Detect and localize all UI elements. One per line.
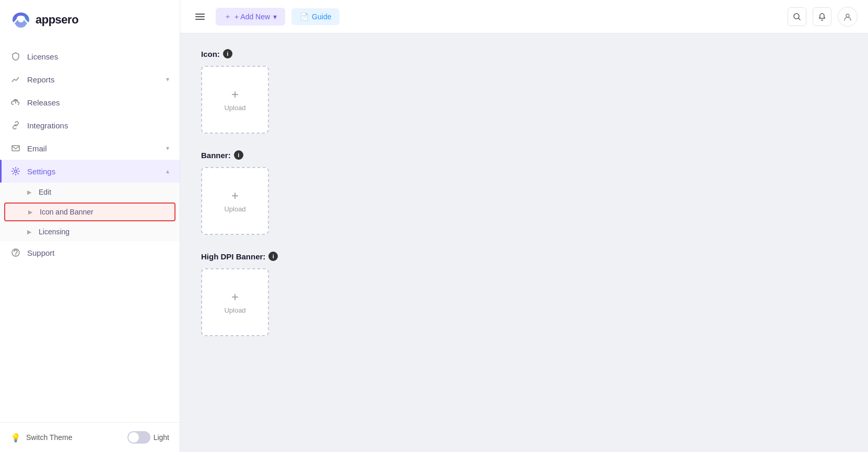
- sidebar-item-licensing[interactable]: ▶ Licensing: [0, 222, 180, 241]
- high-dpi-upload-label: Upload: [224, 306, 245, 314]
- logo-icon: [10, 9, 31, 30]
- sidebar-item-support-label: Support: [27, 248, 169, 257]
- sidebar-item-integrations[interactable]: Integrations: [0, 114, 180, 137]
- licensing-sub-chevron-icon: ▶: [27, 229, 31, 235]
- icon-section-title: Icon: i: [201, 49, 847, 58]
- support-icon: [10, 247, 21, 258]
- chart-icon: [10, 74, 21, 85]
- svg-rect-0: [12, 146, 19, 151]
- guide-label: Guide: [312, 13, 331, 21]
- shield-icon: [10, 51, 21, 62]
- icon-upload-plus-icon: +: [231, 88, 239, 101]
- lightbulb-icon: 💡: [10, 433, 21, 443]
- search-button[interactable]: [788, 7, 806, 26]
- gear-icon: [10, 166, 21, 176]
- svg-point-8: [846, 14, 849, 17]
- high-dpi-section-title-text: High DPI Banner:: [201, 252, 265, 261]
- edit-sub-chevron-icon: ▶: [27, 189, 31, 196]
- sidebar-item-icon-and-banner[interactable]: ▶ Icon and Banner: [4, 203, 175, 221]
- banner-upload-box[interactable]: + Upload: [201, 167, 269, 235]
- icon-upload-label: Upload: [224, 104, 245, 112]
- banner-info-icon[interactable]: i: [234, 150, 243, 160]
- sidebar-footer: 💡 Switch Theme Light: [0, 422, 180, 452]
- sidebar-item-email[interactable]: Email ▾: [0, 137, 180, 160]
- banner-section-title: Banner: i: [201, 150, 847, 160]
- theme-value-label: Light: [154, 433, 169, 442]
- icon-upload-box[interactable]: + Upload: [201, 66, 269, 134]
- sidebar-item-edit-label: Edit: [39, 188, 51, 196]
- sidebar-item-reports[interactable]: Reports ▾: [0, 68, 180, 91]
- sidebar-item-icon-banner-label: Icon and Banner: [40, 208, 93, 216]
- high-dpi-upload-plus-icon: +: [231, 291, 239, 303]
- guide-button[interactable]: 📄 Guide: [291, 8, 339, 25]
- high-dpi-banner-section: High DPI Banner: i + Upload: [201, 252, 847, 336]
- content-area: Icon: i + Upload Banner: i + Upload High…: [180, 33, 868, 452]
- sidebar-item-settings[interactable]: Settings ▴: [0, 160, 180, 183]
- banner-upload-label: Upload: [224, 205, 245, 213]
- app-name: appsero: [36, 13, 78, 27]
- banner-section-title-text: Banner:: [201, 151, 231, 160]
- sidebar-item-settings-label: Settings: [27, 167, 160, 176]
- high-dpi-info-icon[interactable]: i: [268, 252, 278, 261]
- sidebar: appsero Licenses Reports ▾: [0, 0, 180, 452]
- sidebar-item-edit[interactable]: ▶ Edit: [0, 183, 180, 201]
- high-dpi-section-title: High DPI Banner: i: [201, 252, 847, 261]
- high-dpi-upload-box[interactable]: + Upload: [201, 268, 269, 336]
- settings-chevron-icon: ▴: [166, 168, 169, 175]
- guide-doc-icon: 📄: [300, 13, 309, 21]
- sidebar-item-reports-label: Reports: [27, 75, 160, 84]
- sidebar-item-releases-label: Releases: [27, 98, 169, 107]
- notifications-button[interactable]: [813, 7, 831, 26]
- topbar: ＋ + Add New ▾ 📄 Guide: [180, 0, 868, 33]
- menu-toggle-button[interactable]: [191, 7, 209, 26]
- sidebar-nav: Licenses Reports ▾ Releases: [0, 40, 180, 422]
- settings-submenu: ▶ Edit ▶ Icon and Banner ▶ Licensing: [0, 183, 180, 241]
- sidebar-item-licenses[interactable]: Licenses: [0, 45, 180, 68]
- user-avatar-button[interactable]: [838, 7, 858, 27]
- main-wrapper: ＋ + Add New ▾ 📄 Guide: [180, 0, 868, 452]
- add-new-label: + Add New: [234, 13, 270, 21]
- banner-section: Banner: i + Upload: [201, 150, 847, 235]
- icon-banner-sub-chevron-icon: ▶: [28, 209, 32, 216]
- banner-upload-plus-icon: +: [231, 189, 239, 202]
- reports-chevron-icon: ▾: [166, 76, 169, 83]
- icon-section: Icon: i + Upload: [201, 49, 847, 134]
- email-chevron-icon: ▾: [166, 145, 169, 152]
- cloud-upload-icon: [10, 97, 21, 108]
- sidebar-item-support[interactable]: Support: [0, 241, 180, 264]
- icon-info-icon[interactable]: i: [223, 49, 232, 58]
- sidebar-item-releases[interactable]: Releases: [0, 91, 180, 114]
- svg-point-3: [15, 255, 16, 256]
- sidebar-item-licenses-label: Licenses: [27, 52, 169, 61]
- sidebar-item-email-label: Email: [27, 144, 160, 153]
- mail-icon: [10, 143, 21, 153]
- theme-toggle-container[interactable]: Light: [127, 431, 169, 444]
- svg-point-1: [15, 170, 17, 173]
- switch-theme-label: Switch Theme: [26, 433, 72, 442]
- app-logo[interactable]: appsero: [0, 0, 180, 40]
- add-new-chevron-icon: ▾: [273, 13, 277, 21]
- sidebar-item-licensing-label: Licensing: [39, 228, 69, 236]
- add-new-icon: ＋: [224, 12, 231, 21]
- add-new-button[interactable]: ＋ + Add New ▾: [216, 8, 285, 26]
- link-icon: [10, 120, 21, 130]
- sidebar-item-integrations-label: Integrations: [27, 121, 169, 130]
- theme-toggle-switch[interactable]: [127, 431, 150, 444]
- icon-section-title-text: Icon:: [201, 50, 220, 58]
